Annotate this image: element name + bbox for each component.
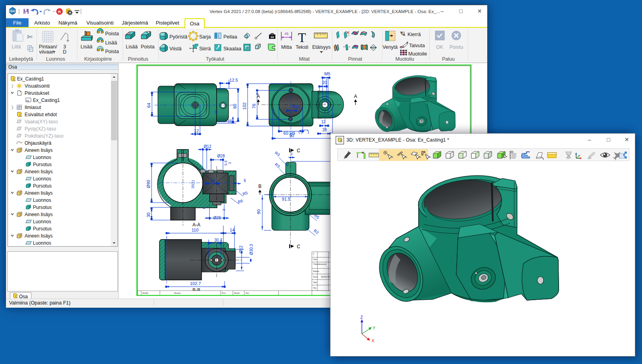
svg-text:30.3: 30.3 (214, 238, 222, 242)
svg-text:Lisää: Lisää (81, 44, 92, 50)
svg-text:Pyöristä: Pyöristä (169, 34, 187, 40)
svg-text:OK: OK (436, 44, 444, 50)
svg-text:Z: Z (360, 315, 363, 320)
svg-text:102.7: 102.7 (190, 281, 201, 286)
svg-text:76: 76 (252, 103, 256, 108)
svg-text:Merkki: Merkki (142, 292, 148, 294)
svg-text:Yleistoleranssit: Yleistoleranssit (313, 263, 327, 265)
svg-text:91.5: 91.5 (282, 197, 290, 201)
svg-text:M5: M5 (324, 71, 330, 76)
svg-text:Muotoile: Muotoile (408, 51, 427, 57)
svg-text:110: 110 (192, 228, 199, 232)
svg-text:Pintaan/: Pintaan/ (39, 44, 57, 50)
svg-text:Hyv.: Hyv. (246, 292, 250, 294)
svg-text:): ) (308, 129, 309, 134)
svg-text:Y: Y (373, 326, 376, 330)
svg-text:30: 30 (146, 213, 151, 217)
svg-text:Ø28: Ø28 (217, 154, 225, 158)
svg-text:Pvm: Pvm (222, 292, 226, 294)
svg-text:90: 90 (289, 133, 294, 138)
svg-text:2: 2 (228, 162, 232, 164)
svg-text:12: 12 (321, 120, 326, 124)
svg-text:Poista: Poista (105, 49, 119, 54)
svg-text:Mitta: Mitta (281, 44, 292, 50)
svg-text:C: C (297, 244, 300, 249)
svg-text:R: R (58, 10, 61, 14)
svg-text:M10: M10 (292, 105, 300, 109)
svg-text:80: 80 (233, 104, 237, 109)
svg-text:0: 0 (313, 253, 314, 255)
svg-text:Ø12: Ø12 (204, 144, 211, 149)
svg-text:Ø28: Ø28 (213, 216, 221, 220)
svg-text:45: 45 (284, 32, 288, 36)
svg-text:Lisää: Lisää (105, 40, 117, 46)
svg-text:20: 20 (322, 80, 327, 85)
svg-text:Viistä: Viistä (169, 46, 181, 52)
svg-text:A-A: A-A (192, 222, 200, 228)
svg-text:Poistu: Poistu (450, 44, 463, 50)
svg-text:Kierrä: Kierrä (407, 32, 421, 37)
svg-text:102: 102 (242, 102, 247, 109)
svg-text:D: D (63, 49, 66, 55)
svg-text:T: T (298, 31, 306, 45)
svg-text:Teksti: Teksti (296, 44, 308, 50)
svg-text:C: C (297, 148, 300, 153)
svg-text:Muutos: Muutos (174, 292, 181, 294)
svg-text:Osa: Osa (313, 258, 317, 261)
svg-text:25(±): 25(±) (191, 180, 195, 189)
svg-text:G4: G4 (10, 9, 15, 13)
svg-text:Hyv.: Hyv. (313, 287, 317, 289)
svg-text:+0.074: +0.074 (300, 129, 308, 132)
svg-text:14: 14 (230, 228, 235, 232)
svg-text:11: 11 (228, 119, 232, 123)
svg-text:Ø30.3: Ø30.3 (249, 244, 254, 255)
svg-text:Taivuta: Taivuta (409, 43, 425, 48)
svg-text:Suun.: Suun. (313, 276, 318, 278)
svg-text:Siirrä: Siirrä (199, 46, 211, 52)
svg-text:12: 12 (194, 128, 199, 133)
svg-text:Liitä: Liitä (12, 44, 21, 50)
svg-text:Ø90: Ø90 (146, 180, 151, 188)
svg-text:90: 90 (256, 209, 261, 214)
svg-text:2: 2 (222, 209, 226, 211)
svg-text:Muutti: Muutti (234, 292, 240, 294)
svg-text:Venytä: Venytä (383, 44, 398, 50)
svg-text:64: 64 (146, 103, 151, 107)
svg-text:(: ( (298, 129, 300, 134)
svg-text:Massa: Massa (313, 270, 319, 272)
svg-text:Sarja: Sarja (199, 34, 211, 40)
svg-text:X: X (371, 338, 375, 343)
svg-text:40: 40 (214, 110, 218, 114)
svg-text:28: 28 (322, 128, 327, 132)
svg-text:Poista: Poista (141, 44, 155, 50)
svg-text:6: 6 (244, 178, 246, 183)
svg-text:Ø12: Ø12 (239, 245, 243, 253)
svg-text:12.5: 12.5 (229, 78, 238, 82)
svg-text:✄: ✄ (27, 33, 33, 41)
svg-text:B: B (258, 184, 261, 189)
svg-text:24: 24 (210, 178, 215, 183)
svg-text:viivaan: viivaan (39, 49, 55, 55)
svg-text:Etäisyys: Etäisyys (312, 44, 331, 50)
svg-text:Lisää: Lisää (126, 44, 138, 50)
svg-text:Poista: Poista (105, 31, 119, 36)
svg-text:A: A (354, 94, 357, 99)
svg-text:3: 3 (63, 44, 66, 50)
svg-text:Tark.: Tark. (313, 281, 317, 284)
svg-text:6: 6 (202, 207, 206, 209)
svg-text:10: 10 (271, 35, 274, 39)
svg-text:Skaalaa: Skaalaa (223, 46, 241, 52)
svg-text:2: 2 (290, 152, 292, 156)
svg-text:5.5: 5.5 (224, 161, 228, 166)
svg-text:Peilaa: Peilaa (223, 34, 237, 40)
